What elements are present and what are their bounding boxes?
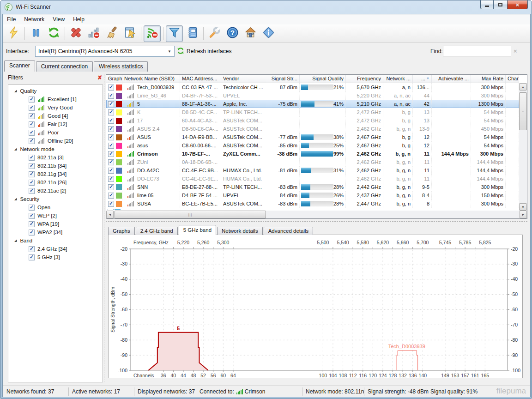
tree-expand-icon[interactable]: ◢ xyxy=(14,89,17,93)
scroll-down-icon[interactable]: ▼ xyxy=(519,203,527,211)
filter-item-802-11ac-2[interactable]: ✓802.11ac [2] xyxy=(8,187,103,195)
column-header-mac-address[interactable]: MAC Address... xyxy=(180,75,221,83)
column-header-vendor[interactable]: Vendor xyxy=(221,75,269,83)
table-row[interactable]: ✓SUSABC-EE-7B-E5...ASUSTek COM...-83 dBm… xyxy=(106,200,519,208)
close-button[interactable]: × xyxy=(507,0,528,9)
filter-checkbox[interactable]: ✓ xyxy=(29,163,35,169)
delete-button[interactable] xyxy=(67,25,85,42)
filter-item-wpa-19[interactable]: ✓WPA [19] xyxy=(8,220,103,228)
filter-group-network-mode[interactable]: ◢Network mode xyxy=(8,145,103,153)
filter-item-good-4[interactable]: ✓Good [4] xyxy=(8,112,103,120)
filter-checkbox[interactable]: ✓ xyxy=(29,180,35,186)
filter-checkbox[interactable]: ✓ xyxy=(29,254,35,260)
column-header-network[interactable]: Network ... xyxy=(383,75,413,83)
filter-item-poor[interactable]: ✓Poor xyxy=(8,128,103,137)
row-checkbox[interactable]: ✓ xyxy=(108,93,114,99)
filter-checkbox[interactable]: ✓ xyxy=(29,246,35,252)
column-header-graph[interactable]: Graph xyxy=(106,75,122,83)
table-row[interactable]: ✓Crimson10-7B-EF-...ZyXEL Comm...-38 dBm… xyxy=(106,150,519,158)
tab-scanner[interactable]: Scanner xyxy=(4,60,35,72)
scroll-right-icon[interactable]: ► xyxy=(520,211,527,218)
home-button[interactable] xyxy=(242,25,259,42)
refresh-interfaces-link[interactable]: Refresh interfaces xyxy=(187,48,231,54)
menu-file[interactable]: File xyxy=(3,15,20,24)
filter-group-quality[interactable]: ◢Quality xyxy=(8,87,103,95)
row-checkbox[interactable]: ✓ xyxy=(108,168,114,174)
row-checkbox[interactable]: ✓ xyxy=(108,143,114,149)
maximize-button[interactable] xyxy=(494,0,507,9)
filter-item-802-11n-26[interactable]: ✓802.11n [26] xyxy=(8,178,103,187)
row-checkbox[interactable]: ✓ xyxy=(108,85,114,91)
filter-item-offline-20[interactable]: ✓Offline [20] xyxy=(8,137,103,145)
menu-network[interactable]: Network xyxy=(20,15,48,24)
row-checkbox[interactable]: ✓ xyxy=(108,176,114,182)
filter-group-security[interactable]: ◢Security xyxy=(8,195,103,203)
table-row[interactable]: ✓lime 05D4-BF-7F-54-...UPVEL-84 dBm26%2,… xyxy=(106,191,519,200)
column-header-achievable[interactable]: Achievable ... xyxy=(432,75,471,83)
column-header-max-rate[interactable]: Max Rate xyxy=(471,75,506,83)
settings-button[interactable] xyxy=(206,25,223,42)
row-checkbox[interactable]: ✓ xyxy=(108,151,114,157)
find-input[interactable] xyxy=(443,46,511,56)
tab-5-ghz-band[interactable]: 5 GHz band xyxy=(179,225,216,235)
filter-checkbox[interactable]: ✓ xyxy=(29,171,35,177)
filter-checkbox[interactable]: ✓ xyxy=(29,155,35,161)
filter-checkbox[interactable]: ✓ xyxy=(29,97,35,103)
tree-expand-icon[interactable]: ◢ xyxy=(14,147,17,151)
filter-item-802-11a-3[interactable]: ✓802.11a [3] xyxy=(8,153,103,162)
row-checkbox[interactable]: ✓ xyxy=(108,193,114,199)
pause-button[interactable] xyxy=(27,25,44,42)
row-checkbox[interactable]: ✓ xyxy=(108,126,114,132)
column-header-chann[interactable]: Chann... xyxy=(506,75,519,83)
filter-item-802-11b-34[interactable]: ✓802.11b [34] xyxy=(8,162,103,170)
tab-wireless-statistics[interactable]: Wireless statistics xyxy=(94,61,148,72)
filter-checkbox[interactable]: ✓ xyxy=(29,188,35,194)
filter-item-2-4-ghz-34[interactable]: ✓2.4 GHz [34] xyxy=(8,245,103,253)
filter-checkbox[interactable]: ✓ xyxy=(29,221,35,227)
help-button[interactable]: ? xyxy=(224,25,241,42)
details-button[interactable] xyxy=(184,25,201,42)
filter-item-open[interactable]: ✓Open xyxy=(8,203,103,212)
filter-item-wpa2-34[interactable]: ✓WPA2 [34] xyxy=(8,228,103,236)
table-row[interactable]: ✓DO-EC73CC-4E-EC-9E...HUMAX Co., Ltd.2,4… xyxy=(106,175,519,183)
table-chart-splitter[interactable] xyxy=(106,221,527,222)
column-header-[interactable]: ...▼ xyxy=(413,75,432,83)
horizontal-scroll-thumb[interactable]: ||| xyxy=(115,211,266,218)
table-row[interactable]: ✓ASUS 2.4D8-50-E6-CA-...ASUSTek COM...2,… xyxy=(106,125,519,133)
scroll-up-icon[interactable]: ▲ xyxy=(519,83,527,91)
table-row[interactable]: ✓Tech_D0003939CC-03-FA-47-...Technicolor… xyxy=(106,83,519,91)
tab-advanced-details[interactable]: Advanced details xyxy=(264,227,314,235)
clear-button[interactable] xyxy=(103,25,121,42)
filter-item-5-ghz-3[interactable]: ✓5 GHz [3] xyxy=(8,253,103,261)
row-checkbox[interactable]: ✓ xyxy=(108,159,114,165)
menu-help[interactable]: Help xyxy=(69,15,89,24)
vertical-scroll-thumb[interactable]: ≡ xyxy=(519,92,527,130)
filter-button[interactable] xyxy=(166,25,183,42)
tab-network-details[interactable]: Network details xyxy=(217,227,263,235)
about-button[interactable] xyxy=(260,25,277,42)
filter-checkbox[interactable]: ✓ xyxy=(29,130,35,136)
tab-graphs[interactable]: Graphs xyxy=(108,227,135,235)
rescan-button[interactable] xyxy=(45,25,62,42)
row-checkbox[interactable]: ✓ xyxy=(108,109,114,115)
stop-scan-button[interactable] xyxy=(144,25,161,42)
filter-checkbox[interactable]: ✓ xyxy=(29,105,35,111)
filter-item-wep-2[interactable]: ✓WEP [2] xyxy=(8,212,103,220)
interface-select[interactable]: Intel(R) Centrino(R) Advanced-N 6205 ▼ xyxy=(35,46,175,57)
scroll-left-icon[interactable]: ◄ xyxy=(106,211,114,218)
table-row[interactable]: ✓1760-A4-4C-A3-...ASUSTek COM...2,472 GH… xyxy=(106,116,519,125)
filter-checkbox[interactable]: ✓ xyxy=(29,121,35,127)
filter-item-fair-12[interactable]: ✓Fair [12] xyxy=(8,120,103,128)
panel-splitter[interactable] xyxy=(104,74,104,382)
row-checkbox[interactable]: ✓ xyxy=(108,101,114,107)
filter-item-excellent-1[interactable]: ✓Excellent [1] xyxy=(8,95,103,103)
table-vertical-scrollbar[interactable]: ▲ ≡ ▼ xyxy=(519,83,527,211)
table-row[interactable]: ✓ASUS14-DA-E9-BB...ASUSTek COM...-77 dBm… xyxy=(106,133,519,141)
clear-find-icon[interactable]: × xyxy=(514,48,517,54)
row-checkbox[interactable]: ✓ xyxy=(108,118,114,124)
table-row-partial[interactable] xyxy=(106,208,519,210)
column-header-network-name-ssid[interactable]: Network Name (SSID) xyxy=(122,75,180,83)
row-checkbox[interactable]: ✓ xyxy=(108,184,114,190)
table-row[interactable]: ✓SNNE8-DE-27-88-...TP-LINK TECH...-83 dB… xyxy=(106,183,519,191)
menu-view[interactable]: View xyxy=(48,15,69,24)
